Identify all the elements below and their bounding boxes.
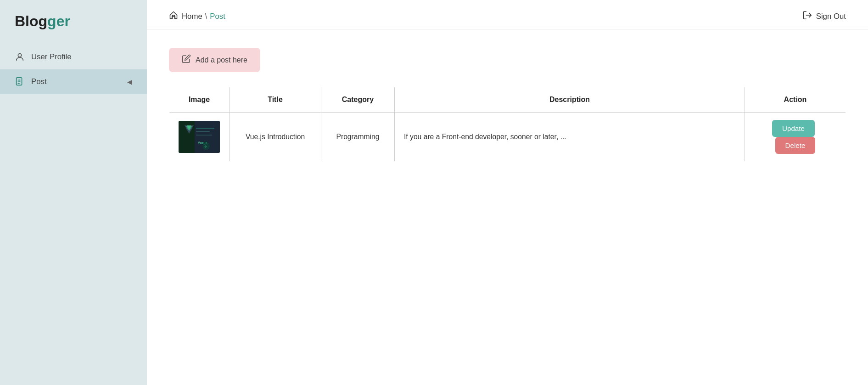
svg-rect-13 bbox=[196, 131, 210, 132]
app-logo: Blogger bbox=[0, 0, 147, 45]
update-button[interactable]: Update bbox=[772, 120, 815, 137]
post-title-cell: Vue.js Introduction bbox=[230, 113, 321, 162]
breadcrumb: Home \ Post bbox=[169, 11, 225, 22]
post-action-cell: Update Delete bbox=[745, 113, 846, 162]
col-category: Category bbox=[321, 87, 395, 113]
post-category: Programming bbox=[336, 133, 379, 141]
logo-prefix: Blog bbox=[15, 13, 47, 29]
post-description: If you are a Front-end developer, sooner… bbox=[404, 133, 566, 141]
add-post-button[interactable]: Add a post here bbox=[169, 48, 260, 72]
post-category-cell: Programming bbox=[321, 113, 395, 162]
post-table: Image Title Category Description Action bbox=[169, 87, 846, 162]
table-row: Vue.js ⚙ Vue.js Introduction Programming bbox=[169, 113, 846, 162]
svg-rect-1 bbox=[17, 78, 22, 85]
sidebar-item-user-profile-label: User Profile bbox=[31, 52, 132, 62]
file-icon bbox=[15, 77, 25, 87]
topbar: Home \ Post Sign Out bbox=[147, 0, 868, 29]
svg-point-0 bbox=[18, 54, 21, 57]
col-title: Title bbox=[230, 87, 321, 113]
sidebar: Blogger User Profile Post bbox=[0, 0, 147, 385]
svg-rect-14 bbox=[196, 135, 212, 136]
col-action: Action bbox=[745, 87, 846, 113]
post-image-cell: Vue.js ⚙ bbox=[169, 113, 230, 162]
logo-suffix: ger bbox=[47, 13, 70, 29]
breadcrumb-separator: \ bbox=[205, 12, 207, 21]
edit-icon bbox=[182, 54, 191, 66]
page-content: Add a post here Image Title Category Des… bbox=[147, 29, 868, 180]
signout-label: Sign Out bbox=[816, 12, 846, 21]
delete-button[interactable]: Delete bbox=[775, 137, 816, 154]
add-post-label: Add a post here bbox=[196, 56, 247, 64]
sidebar-item-post-label: Post bbox=[31, 77, 121, 86]
signout-icon bbox=[802, 10, 812, 23]
svg-text:⚙: ⚙ bbox=[204, 145, 207, 148]
sidebar-nav: User Profile Post ◀ bbox=[0, 45, 147, 94]
sidebar-item-post[interactable]: Post ◀ bbox=[0, 69, 147, 94]
main-content: Home \ Post Sign Out A bbox=[147, 0, 868, 385]
signout-button[interactable]: Sign Out bbox=[802, 10, 846, 23]
post-description-cell: If you are a Front-end developer, sooner… bbox=[395, 113, 745, 162]
col-description: Description bbox=[395, 87, 745, 113]
post-title: Vue.js Introduction bbox=[246, 133, 305, 141]
col-image: Image bbox=[169, 87, 230, 113]
post-image: Vue.js ⚙ bbox=[179, 121, 220, 153]
svg-rect-12 bbox=[196, 128, 214, 129]
breadcrumb-current: Post bbox=[210, 12, 225, 21]
chevron-left-icon: ◀ bbox=[127, 78, 132, 85]
home-icon bbox=[169, 11, 178, 22]
breadcrumb-home: Home bbox=[182, 12, 202, 21]
table-header-row: Image Title Category Description Action bbox=[169, 87, 846, 113]
sidebar-item-user-profile[interactable]: User Profile bbox=[0, 45, 147, 69]
user-icon bbox=[15, 52, 25, 62]
